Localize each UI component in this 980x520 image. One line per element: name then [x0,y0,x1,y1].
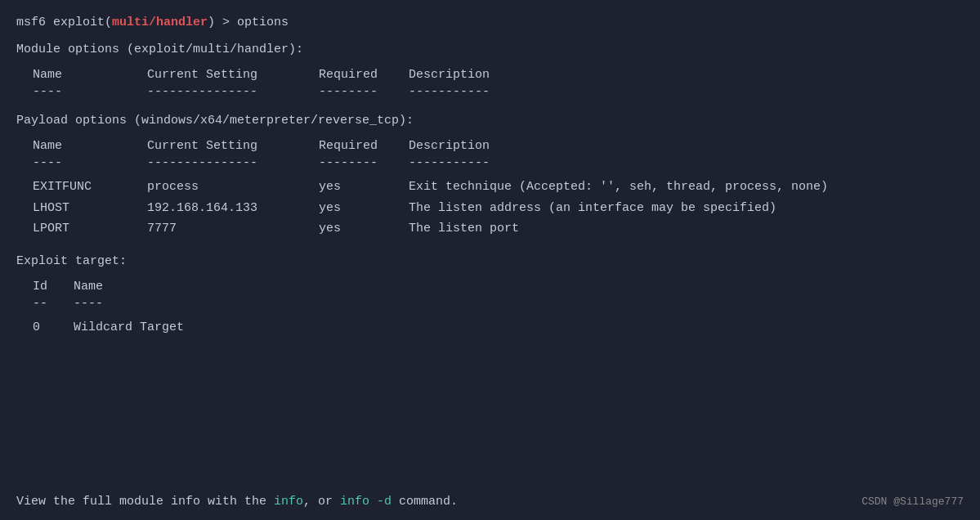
payload-ul-required: -------- [319,156,409,170]
row-description: Exit technique (Accepted: '', seh, threa… [409,177,964,198]
payload-col-required: Required [319,139,409,153]
options-command: options [237,16,289,29]
msf-prefix: msf6 [16,16,46,29]
target-underlines: -- ---- [33,297,964,311]
exploit-target-table: Id Name -- ---- 0 Wildcard Target [33,280,964,338]
target-ul-id: -- [33,297,74,311]
footer-suffix: command. [392,495,458,509]
target-row-id: 0 [33,317,74,338]
module-options-underlines: ---- --------------- -------- ----------… [33,85,964,99]
exploit-target-header: Exploit target: [16,254,964,268]
module-ul-name: ---- [33,85,147,99]
payload-ul-name: ---- [33,156,147,170]
target-rows-container: 0 Wildcard Target [33,317,964,338]
row-current: 192.168.164.133 [147,198,319,219]
module-options-col-headers: Name Current Setting Required Descriptio… [33,68,964,82]
module-ul-description: ----------- [409,85,964,99]
footer: View the full module info with the info,… [16,495,964,509]
prompt-line: msf6 exploit(multi/handler) > options [16,13,964,33]
module-ul-current: --------------- [147,85,319,99]
footer-prefix: View the full module info with the [16,495,274,509]
prompt-arrow: > [215,16,237,29]
payload-col-name: Name [33,139,147,153]
footer-info-d-cmd: info -d [340,495,392,509]
exploit-word: exploit( [53,16,112,29]
footer-info-cmd: info [274,495,303,509]
row-name: LHOST [33,198,147,219]
exploit-end: ) [208,16,215,29]
payload-ul-current: --------------- [147,156,319,170]
module-col-current: Current Setting [147,68,319,82]
payload-options-header: Payload options (windows/x64/meterpreter… [16,114,964,128]
table-row: LHOST 192.168.164.133 yes The listen add… [33,198,964,219]
row-current: process [147,177,319,198]
payload-rows-container: EXITFUNC process yes Exit technique (Acc… [33,177,964,240]
target-row-name: Wildcard Target [74,317,964,338]
target-col-id: Id [33,280,74,294]
module-col-required: Required [319,68,409,82]
table-row: 0 Wildcard Target [33,317,964,338]
module-options-table: Name Current Setting Required Descriptio… [33,68,964,99]
row-required: yes [319,177,409,198]
module-col-description: Description [409,68,964,82]
module-ul-required: -------- [319,85,409,99]
payload-col-description: Description [409,139,964,153]
payload-options-table: Name Current Setting Required Descriptio… [33,139,964,240]
row-name: LPORT [33,218,147,240]
row-required: yes [319,198,409,219]
footer-middle: , or [303,495,340,509]
module-col-name: Name [33,68,147,82]
exploit-highlight: multi/handler [112,16,208,29]
row-current: 7777 [147,218,319,240]
payload-col-current: Current Setting [147,139,319,153]
target-col-name-header: Name [74,280,964,294]
payload-ul-description: ----------- [409,156,964,170]
footer-attribution: CSDN @Sillage777 [861,495,964,508]
row-name: EXITFUNC [33,177,147,198]
module-options-header: Module options (exploit/multi/handler): [16,43,964,56]
row-description: The listen port [409,218,964,240]
table-row: LPORT 7777 yes The listen port [33,218,964,240]
target-col-headers: Id Name [33,280,964,294]
row-description: The listen address (an interface may be … [409,198,964,219]
payload-col-headers: Name Current Setting Required Descriptio… [33,139,964,153]
footer-left: View the full module info with the info,… [16,495,458,509]
row-required: yes [319,218,409,240]
target-ul-name: ---- [74,297,964,311]
payload-underlines: ---- --------------- -------- ----------… [33,156,964,170]
table-row: EXITFUNC process yes Exit technique (Acc… [33,177,964,198]
